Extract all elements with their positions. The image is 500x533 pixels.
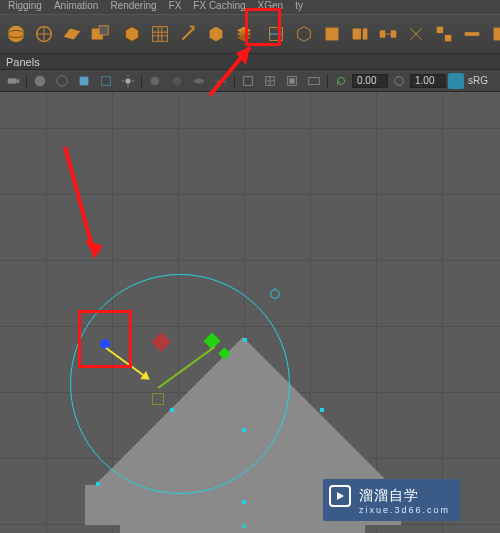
vertex-dot: [96, 482, 100, 486]
poly-sphere-icon[interactable]: [5, 20, 27, 48]
vertex-dot: [242, 500, 246, 504]
poly-plane-icon[interactable]: [61, 20, 83, 48]
svg-point-23: [173, 76, 182, 85]
svg-rect-20: [102, 76, 111, 85]
bevel-icon[interactable]: [205, 20, 227, 48]
menu-item[interactable]: FX Caching: [193, 0, 245, 11]
svg-rect-12: [437, 27, 443, 33]
svg-rect-8: [353, 29, 361, 40]
svg-point-18: [57, 75, 68, 86]
viewport-toolbar: sRG: [0, 70, 500, 92]
vp-isolate-icon[interactable]: [239, 72, 257, 90]
selection-circle: [70, 274, 290, 494]
vertex-dot: [170, 408, 174, 412]
collapse-icon[interactable]: [461, 20, 483, 48]
vp-shadows-icon[interactable]: [146, 72, 164, 90]
menu-item[interactable]: Animation: [54, 0, 98, 11]
colorspace-label: sRG: [468, 75, 488, 86]
merge-icon[interactable]: [433, 20, 455, 48]
menu-item[interactable]: XGen: [258, 0, 284, 11]
svg-marker-35: [337, 492, 344, 500]
vp-lights-icon[interactable]: [119, 72, 137, 90]
svg-rect-7: [326, 28, 339, 41]
svg-rect-19: [80, 76, 89, 85]
svg-rect-5: [153, 27, 168, 42]
watermark-play-icon: [329, 485, 351, 507]
smooth-icon[interactable]: [489, 20, 500, 48]
camera-indicator-icon: [268, 287, 282, 304]
svg-rect-13: [445, 35, 451, 41]
menu-item[interactable]: Rigging: [8, 0, 42, 11]
svg-point-17: [35, 75, 46, 86]
colorspace-toggle-icon[interactable]: [448, 73, 464, 89]
main-menubar: Rigging Animation Rendering FX FX Cachin…: [0, 0, 500, 14]
svg-rect-10: [380, 30, 386, 37]
extract-icon[interactable]: [349, 20, 371, 48]
vp-wire-icon[interactable]: [53, 72, 71, 90]
faces-icon[interactable]: [233, 20, 255, 48]
poly-cube-2-icon[interactable]: [321, 20, 343, 48]
vertex-dot: [243, 338, 247, 342]
svg-rect-28: [309, 77, 320, 84]
vp-ao-icon[interactable]: [168, 72, 186, 90]
poly-sphere-wire-icon[interactable]: [33, 20, 55, 48]
menu-item[interactable]: FX: [169, 0, 182, 11]
vp-fog-icon[interactable]: [212, 72, 230, 90]
vertex-dot: [242, 428, 246, 432]
svg-rect-4: [99, 26, 108, 35]
poly-grid-icon[interactable]: [149, 20, 171, 48]
select-camera-icon[interactable]: [4, 72, 22, 90]
vertex-dot: [320, 408, 324, 412]
svg-point-24: [194, 78, 205, 83]
svg-rect-11: [391, 30, 397, 37]
vp-shaded-icon[interactable]: [31, 72, 49, 90]
vp-resolve-icon[interactable]: [283, 72, 301, 90]
svg-rect-15: [494, 28, 500, 41]
bridge-icon[interactable]: [377, 20, 399, 48]
watermark-title: 溜溜自学: [359, 487, 450, 505]
extrude-icon[interactable]: [177, 20, 199, 48]
svg-rect-27: [289, 78, 294, 83]
shelf-toolbar: [0, 14, 500, 54]
svg-point-21: [125, 78, 130, 83]
target-weld-icon[interactable]: [405, 20, 427, 48]
svg-point-0: [8, 26, 25, 43]
vp-textured-icon[interactable]: [75, 72, 93, 90]
vp-grid-icon[interactable]: [261, 72, 279, 90]
watermark-url: zixue.3d66.com: [359, 505, 450, 515]
exposure-field[interactable]: [410, 74, 446, 88]
menu-item[interactable]: Rendering: [110, 0, 156, 11]
viewport-axis-label: side: [241, 520, 259, 531]
svg-point-29: [395, 76, 404, 85]
svg-rect-14: [465, 32, 480, 36]
vp-xray-icon[interactable]: [97, 72, 115, 90]
svg-rect-16: [8, 78, 17, 83]
svg-rect-25: [244, 76, 253, 85]
svg-rect-9: [363, 29, 368, 40]
vp-refresh-icon[interactable]: [332, 72, 350, 90]
svg-point-22: [151, 76, 160, 85]
svg-point-30: [271, 290, 280, 299]
bool-icon[interactable]: [89, 20, 111, 48]
panels-header: Panels: [0, 54, 500, 70]
menu-item[interactable]: ty: [295, 0, 303, 11]
watermark: 溜溜自学 zixue.3d66.com: [323, 479, 460, 521]
vp-exposure-icon[interactable]: [390, 72, 408, 90]
multi-cut-icon[interactable]: [265, 20, 287, 48]
vp-motion-blur-icon[interactable]: [190, 72, 208, 90]
vp-gate-icon[interactable]: [305, 72, 323, 90]
panels-label[interactable]: Panels: [6, 56, 40, 68]
manip-plane-handle[interactable]: [152, 393, 164, 405]
poly-cube-icon[interactable]: [121, 20, 143, 48]
viewport[interactable]: side: [0, 92, 500, 533]
gamma-field[interactable]: [352, 74, 388, 88]
combine-icon[interactable]: [293, 20, 315, 48]
